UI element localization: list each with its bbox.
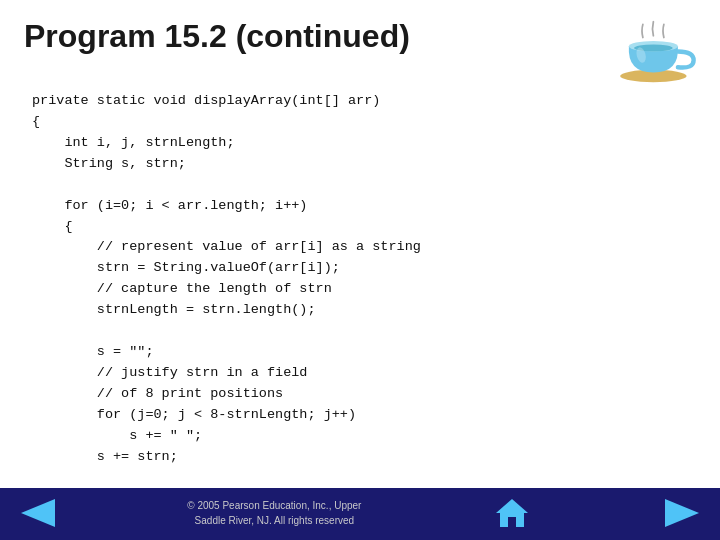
teacup-icon (616, 13, 696, 83)
copyright-line2: Saddle River, NJ. All rights reserved (195, 515, 355, 526)
slide-title: Program 15.2 (continued) (24, 18, 410, 55)
svg-marker-4 (21, 499, 55, 527)
nav-home-button[interactable] (491, 495, 533, 531)
slide-header: Program 15.2 (continued) (0, 0, 720, 91)
svg-marker-5 (496, 499, 528, 527)
nav-forward-button[interactable] (662, 495, 704, 531)
slide-footer: © 2005 Pearson Education, Inc., Upper Sa… (0, 488, 720, 540)
forward-arrow-icon (665, 497, 701, 529)
svg-marker-6 (665, 499, 699, 527)
back-arrow-icon (19, 497, 55, 529)
slide: Program 15.2 (continued) private static … (0, 0, 720, 540)
nav-back-button[interactable] (16, 495, 58, 531)
slide-content: private static void displayArray(int[] a… (0, 91, 720, 488)
home-icon (494, 497, 530, 529)
code-block: private static void displayArray(int[] a… (32, 91, 688, 468)
footer-copyright: © 2005 Pearson Education, Inc., Upper Sa… (187, 498, 361, 528)
copyright-line1: © 2005 Pearson Education, Inc., Upper (187, 500, 361, 511)
